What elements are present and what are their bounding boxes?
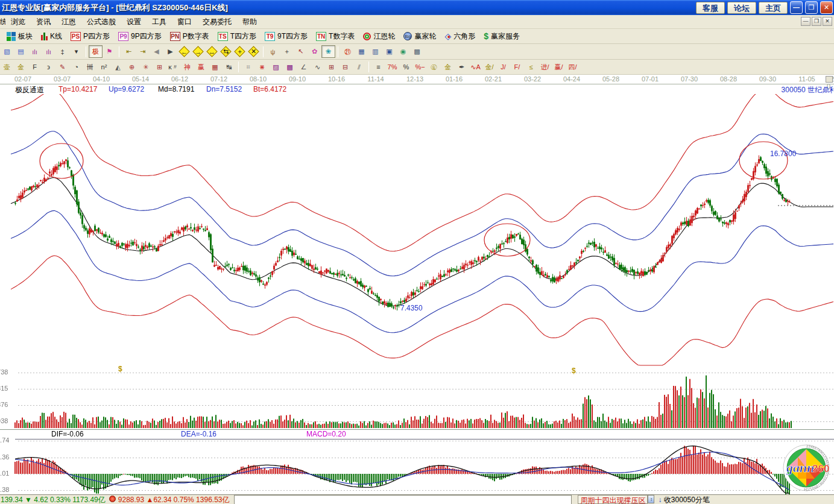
- menu-item[interactable]: 工具: [147, 16, 172, 28]
- angle-icon[interactable]: ◭: [111, 61, 125, 74]
- chart9-icon[interactable]: ılı: [42, 45, 55, 58]
- print-icon[interactable]: ▩: [410, 45, 424, 58]
- rays-icon[interactable]: ⋇: [255, 61, 269, 74]
- f-ruler-icon[interactable]: F: [28, 61, 42, 74]
- span-arrow-icon[interactable]: ↹: [222, 61, 236, 74]
- f-line-icon[interactable]: F/: [510, 61, 524, 74]
- service-button-forum[interactable]: 论坛: [727, 2, 756, 14]
- t-percent-icon[interactable]: 7%: [385, 61, 399, 74]
- si-line-icon[interactable]: 四/: [566, 61, 580, 74]
- notebook-icon[interactable]: ▥: [368, 45, 382, 58]
- kline-button[interactable]: K线: [37, 30, 66, 43]
- chart3-icon[interactable]: ılı: [28, 45, 42, 58]
- slants-icon[interactable]: ⫽: [352, 61, 366, 74]
- nav-last-icon[interactable]: ⇥: [136, 45, 150, 58]
- magic-icon[interactable]: ✿: [308, 45, 321, 58]
- wave-a-icon[interactable]: ∿A: [469, 61, 482, 74]
- star-web-icon[interactable]: ✳: [139, 61, 153, 74]
- board-button[interactable]: 板块: [2, 30, 37, 43]
- expand-x-icon[interactable]: ↔: [205, 45, 219, 58]
- box-grid-icon[interactable]: ▩: [283, 61, 297, 74]
- calendar-icon[interactable]: ㉑: [341, 45, 355, 58]
- gold-frame1-icon[interactable]: 壶: [0, 61, 14, 74]
- pointer-query-icon[interactable]: ↖: [294, 45, 308, 58]
- ying-icon[interactable]: 赢: [194, 61, 208, 74]
- t-square-button[interactable]: TST四方形: [213, 30, 261, 43]
- box-rays-icon[interactable]: ▨: [269, 61, 283, 74]
- menu-item[interactable]: 设置: [121, 16, 147, 28]
- jifan-channel-button[interactable]: 极: [89, 45, 103, 58]
- zoom-in-icon[interactable]: ＋: [233, 45, 247, 58]
- hexagon-button[interactable]: ◇●六角形: [440, 30, 479, 43]
- shrink-x-icon[interactable]: ⇆: [219, 45, 233, 58]
- mdi-minimize-button[interactable]: —: [801, 17, 810, 26]
- restore-button[interactable]: ❐: [805, 1, 818, 14]
- p-square-button[interactable]: PSP四方形: [66, 30, 114, 43]
- clock-wheel-icon[interactable]: ◔: [69, 61, 83, 74]
- close-button[interactable]: ✕: [820, 1, 833, 14]
- nav-next-icon[interactable]: ▶: [163, 45, 177, 58]
- candle-dropdown[interactable]: ▾: [69, 45, 83, 58]
- corner-box-icon[interactable]: ⌗: [241, 61, 255, 74]
- status-input-field[interactable]: [234, 495, 572, 504]
- mdi-restore-button[interactable]: ❐: [812, 17, 821, 26]
- web-save-icon[interactable]: ◉: [396, 45, 410, 58]
- brush-icon[interactable]: ✎: [55, 61, 69, 74]
- t-digit-button[interactable]: TNT数字表: [312, 30, 359, 43]
- menu-item[interactable]: 窗口: [172, 16, 197, 28]
- p-digit-button[interactable]: PNP数字表: [166, 30, 213, 43]
- gold-line2-icon[interactable]: ≤: [524, 61, 538, 74]
- gold-frame2-icon[interactable]: 金: [14, 61, 28, 74]
- summary-icon[interactable]: ▤: [14, 45, 28, 58]
- image-icon[interactable]: ▧: [0, 45, 14, 58]
- nav-first-icon[interactable]: ⇤: [122, 45, 136, 58]
- gann-wheel-button[interactable]: 江恩轮: [359, 30, 399, 43]
- p9-square-button[interactable]: P99P四方形: [114, 30, 166, 43]
- grid-a-icon[interactable]: ⊞: [324, 61, 338, 74]
- candle-tool-icon[interactable]: ‡: [55, 45, 69, 58]
- calculator-icon[interactable]: ▦: [355, 45, 368, 58]
- hand-icon[interactable]: ψ: [266, 45, 280, 58]
- note-spinner[interactable]: ↕: [648, 495, 654, 503]
- menu-item[interactable]: 浏览: [5, 16, 31, 28]
- index1-quote[interactable]: 139.34 ▼ 4.62 0.33% 1173.49亿: [1, 495, 106, 504]
- menu-item-clipped[interactable]: 统: [0, 17, 5, 27]
- spiral-icon[interactable]: ϶: [42, 61, 55, 74]
- n2-icon[interactable]: n²: [97, 61, 111, 74]
- comb-icon[interactable]: 卌: [83, 61, 97, 74]
- menu-item[interactable]: 交易委托: [197, 16, 237, 28]
- percent-icon[interactable]: %: [399, 61, 413, 74]
- mdi-close-button[interactable]: ✕: [823, 17, 832, 26]
- winner-service-button[interactable]: $赢家服务: [479, 30, 524, 43]
- index2-quote[interactable]: 9288.93 ▲62.34 0.75% 1396.53亿: [118, 495, 230, 504]
- menu-item[interactable]: 江恩: [56, 16, 81, 28]
- gold-bar-icon[interactable]: 金: [441, 61, 455, 74]
- crosshair-icon[interactable]: ＋: [280, 45, 294, 58]
- minimize-button[interactable]: —: [790, 1, 803, 14]
- wave-check-icon[interactable]: ∿: [311, 61, 324, 74]
- axis-corner-button[interactable]: [826, 76, 833, 83]
- signal-flag-icon[interactable]: ⚑: [103, 45, 116, 58]
- box-web-icon[interactable]: ⊞: [153, 61, 166, 74]
- gold-circle-icon[interactable]: ㊎: [427, 61, 441, 74]
- menu-item[interactable]: 资讯: [31, 16, 56, 28]
- menu-item[interactable]: 帮助: [237, 16, 262, 28]
- kline-chart-canvas[interactable]: [0, 94, 834, 494]
- tick-info[interactable]: ↓ 收300050分笔: [658, 495, 709, 504]
- service-button-kefu[interactable]: 客服: [696, 2, 725, 14]
- j-line-icon[interactable]: J/: [496, 61, 510, 74]
- jin-line-icon[interactable]: 进/: [538, 61, 552, 74]
- knife-icon[interactable]: ✒: [455, 61, 469, 74]
- move-right-icon[interactable]: →: [191, 45, 205, 58]
- winner-wheel-button[interactable]: Big赢家轮: [399, 30, 440, 43]
- shen-icon[interactable]: 神: [180, 61, 194, 74]
- nav-prev-icon[interactable]: ◀: [150, 45, 163, 58]
- brain-icon[interactable]: ❀: [321, 45, 335, 58]
- menu-item[interactable]: 公式选股: [81, 16, 121, 28]
- circle-cross-icon[interactable]: ⊕: [125, 61, 139, 74]
- save-icon[interactable]: ▣: [382, 45, 396, 58]
- service-button-home[interactable]: 主页: [759, 2, 788, 14]
- t9-square-button[interactable]: T99T四方形: [261, 30, 312, 43]
- percent-line-icon[interactable]: %−: [413, 61, 427, 74]
- move-left-icon[interactable]: ←: [177, 45, 191, 58]
